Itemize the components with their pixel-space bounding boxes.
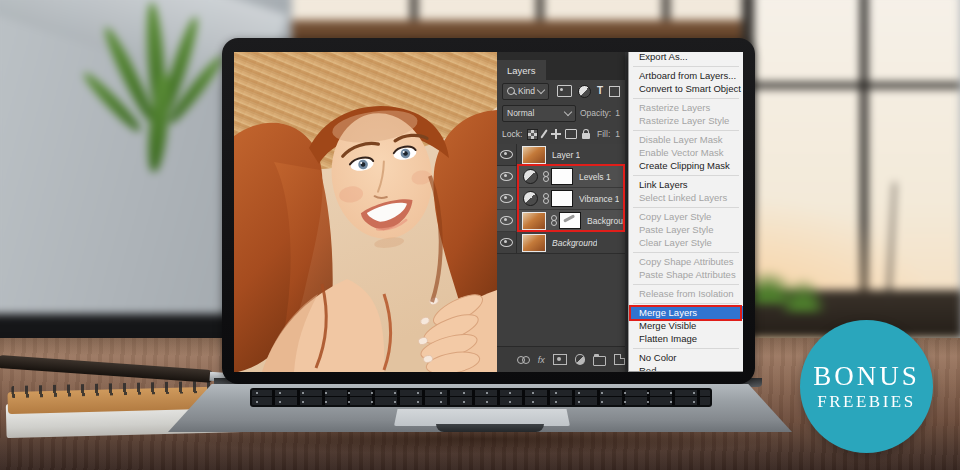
shape-layer-filter-icon[interactable] bbox=[609, 86, 620, 97]
chevron-down-icon bbox=[537, 86, 545, 94]
badge-line-2: FREEBIES bbox=[817, 393, 915, 410]
menu-item-convert-to-smart-object[interactable]: Convert to Smart Object bbox=[629, 82, 743, 95]
layer-name[interactable]: Layer 1 bbox=[552, 150, 580, 160]
menu-separator bbox=[633, 66, 739, 67]
lock-pixels-icon[interactable] bbox=[540, 129, 548, 139]
layer-list: Layer 1 Levels 1 Vibrance 1 bbox=[497, 144, 625, 254]
menu-item-merge-layers-label: Merge Layers bbox=[639, 307, 697, 318]
layer-row[interactable]: Background bbox=[497, 232, 625, 254]
layer-mask-thumbnail[interactable] bbox=[551, 168, 573, 185]
layer-name[interactable]: Background copy bbox=[587, 216, 625, 226]
layer-style-fx-icon[interactable]: fx bbox=[538, 355, 545, 365]
menu-separator bbox=[633, 130, 739, 131]
menu-item-copy-shape-attributes: Copy Shape Attributes bbox=[629, 255, 743, 268]
menu-item-paste-layer-style: Paste Layer Style bbox=[629, 223, 743, 236]
menu-item-merge-layers[interactable]: Merge Layers bbox=[629, 306, 743, 319]
lock-label: Lock: bbox=[502, 129, 522, 139]
menu-item-artboard-from-layers[interactable]: Artboard from Layers... bbox=[629, 69, 743, 82]
menu-item-red[interactable]: Red bbox=[629, 364, 743, 372]
keyboard[interactable] bbox=[250, 388, 712, 407]
layer-row[interactable]: Layer 1 bbox=[497, 144, 625, 166]
fill-value[interactable]: 1 bbox=[615, 129, 620, 139]
layer-thumbnail[interactable] bbox=[522, 146, 546, 164]
visibility-eye-icon[interactable] bbox=[500, 238, 513, 247]
menu-item-link-layers[interactable]: Link Layers bbox=[629, 178, 743, 191]
lock-position-icon[interactable] bbox=[551, 129, 561, 139]
opacity-value[interactable]: 1 bbox=[615, 108, 620, 118]
lock-artboard-icon[interactable] bbox=[565, 129, 577, 139]
menu-item-clear-layer-style: Clear Layer Style bbox=[629, 236, 743, 249]
menu-item-disable-layer-mask: Disable Layer Mask bbox=[629, 133, 743, 146]
fill-label: Fill: bbox=[597, 129, 610, 139]
kind-filter-label: Kind bbox=[518, 86, 535, 96]
chevron-down-icon bbox=[564, 108, 572, 116]
lock-row: Lock: Fill: 1 bbox=[497, 124, 625, 144]
screen-content: Layers Kind T bbox=[234, 52, 743, 372]
blend-row: Normal Opacity: 1 bbox=[497, 102, 625, 124]
layer-name[interactable]: Vibrance 1 bbox=[579, 194, 619, 204]
menu-item-copy-layer-style: Copy Layer Style bbox=[629, 210, 743, 223]
mask-link-icon bbox=[542, 193, 549, 205]
portrait-photo bbox=[234, 52, 497, 372]
menu-item-release-from-isolation: Release from Isolation bbox=[629, 287, 743, 300]
portrait-illustration bbox=[234, 52, 497, 372]
layer-name[interactable]: Background bbox=[552, 238, 597, 248]
layer-name[interactable]: Levels 1 bbox=[579, 172, 611, 182]
mask-link-icon bbox=[550, 215, 557, 227]
add-mask-icon[interactable] bbox=[553, 354, 567, 365]
layer-mask-thumbnail[interactable] bbox=[559, 212, 581, 229]
plant bbox=[110, 0, 230, 177]
adjustment-layer-icon[interactable] bbox=[523, 169, 538, 184]
pixel-layer-filter-icon[interactable] bbox=[557, 85, 572, 97]
opacity-label: Opacity: bbox=[580, 108, 611, 118]
menu-item-select-linked-layers: Select Linked Layers bbox=[629, 191, 743, 204]
menu-item-rasterize-layer-style: Rasterize Layer Style bbox=[629, 114, 743, 127]
plant-tuft bbox=[780, 278, 826, 312]
panel-tab-bar: Layers bbox=[497, 52, 625, 80]
layer-row[interactable]: Background copy bbox=[497, 210, 625, 232]
link-layers-icon[interactable] bbox=[517, 356, 530, 363]
tab-layers[interactable]: Layers bbox=[497, 60, 546, 80]
layer-thumbnail[interactable] bbox=[522, 212, 546, 230]
menu-item-export-as[interactable]: Export As... bbox=[629, 52, 743, 63]
scene: Layers Kind T bbox=[0, 0, 960, 470]
lid-notch bbox=[436, 424, 544, 432]
new-group-icon[interactable] bbox=[593, 356, 606, 366]
layer-row[interactable]: Vibrance 1 bbox=[497, 188, 625, 210]
kind-filter-dropdown[interactable]: Kind bbox=[502, 83, 549, 100]
menu-item-enable-vector-mask: Enable Vector Mask bbox=[629, 146, 743, 159]
lock-transparency-icon[interactable] bbox=[527, 129, 538, 140]
new-layer-icon[interactable] bbox=[614, 354, 625, 365]
visibility-eye-icon[interactable] bbox=[500, 216, 513, 225]
lock-all-icon[interactable] bbox=[582, 133, 590, 139]
menu-item-create-clipping-mask[interactable]: Create Clipping Mask bbox=[629, 159, 743, 172]
menu-item-flatten-image[interactable]: Flatten Image bbox=[629, 332, 743, 345]
menu-separator bbox=[633, 252, 739, 253]
layer-mask-thumbnail[interactable] bbox=[551, 190, 573, 207]
menu-separator bbox=[633, 175, 739, 176]
visibility-eye-icon[interactable] bbox=[500, 194, 513, 203]
blend-mode-dropdown[interactable]: Normal bbox=[502, 105, 576, 122]
adjustment-layer-filter-icon[interactable] bbox=[578, 85, 591, 98]
menu-column: Export As... Artboard from Layers... Con… bbox=[625, 52, 743, 372]
menu-separator bbox=[633, 348, 739, 349]
visibility-eye-icon[interactable] bbox=[500, 150, 513, 159]
menu-separator bbox=[633, 284, 739, 285]
badge-line-1: BONUS bbox=[813, 363, 920, 390]
type-layer-filter-icon[interactable]: T bbox=[597, 86, 603, 96]
laptop-screen: Layers Kind T bbox=[222, 38, 755, 384]
blend-mode-value: Normal bbox=[507, 108, 534, 118]
visibility-eye-icon[interactable] bbox=[500, 172, 513, 181]
menu-item-paste-shape-attributes: Paste Shape Attributes bbox=[629, 268, 743, 281]
menu-item-no-color[interactable]: No Color bbox=[629, 351, 743, 364]
menu-item-merge-visible[interactable]: Merge Visible bbox=[629, 319, 743, 332]
new-adjustment-layer-icon[interactable] bbox=[575, 354, 586, 365]
layer-thumbnail[interactable] bbox=[522, 234, 546, 252]
layer-row[interactable]: Levels 1 bbox=[497, 166, 625, 188]
bonus-freebies-badge: BONUS FREEBIES bbox=[800, 320, 933, 453]
menu-separator bbox=[633, 303, 739, 304]
layers-context-menu: Export As... Artboard from Layers... Con… bbox=[628, 52, 743, 372]
menu-separator bbox=[633, 207, 739, 208]
adjustment-layer-icon[interactable] bbox=[523, 191, 538, 206]
filter-row: Kind T bbox=[497, 80, 625, 102]
